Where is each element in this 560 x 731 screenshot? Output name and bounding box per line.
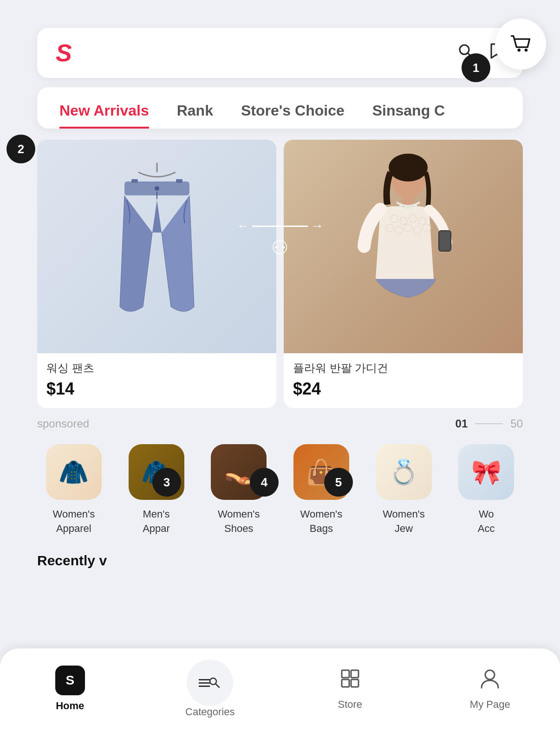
category-label-women-bags: Women'sBags — [300, 507, 343, 536]
product-card-jacket[interactable]: 플라워 반팔 가디건 $24 — [284, 140, 523, 408]
svg-point-27 — [413, 204, 417, 207]
product-name-jeans: 워싱 팬츠 — [46, 361, 267, 375]
cart-button[interactable] — [495, 19, 546, 70]
person-icon: ⚇ — [271, 236, 289, 259]
category-women-acc[interactable]: 🎀 WoAcc — [449, 444, 523, 536]
nav-store[interactable]: Store — [280, 667, 420, 711]
recently-title: Recently v — [37, 553, 523, 569]
mypage-icon — [479, 667, 501, 694]
badge-1: 1 — [462, 53, 490, 82]
svg-rect-32 — [342, 679, 349, 687]
sponsored-label: sponsored — [37, 417, 89, 430]
svg-point-34 — [485, 670, 495, 679]
tabs-list: New Arrivals Rank Store's Choice Sinsang… — [59, 102, 501, 129]
category-women-apparel[interactable]: 🧥 Women'sApparel — [37, 444, 111, 536]
badge-3: 3 — [152, 468, 181, 497]
sponsored-row: sponsored 01 50 — [37, 417, 523, 430]
categories-circle — [187, 660, 233, 706]
category-label-women-apparel: Women'sApparel — [53, 507, 95, 536]
products-area: 워싱 팬츠 $14 — [37, 140, 523, 408]
svg-point-11 — [389, 154, 428, 181]
header: S — [37, 28, 523, 78]
category-label-women-shoes: Women'sShoes — [218, 507, 260, 536]
svg-rect-23 — [439, 231, 450, 251]
product-price-jeans: $14 — [46, 379, 267, 399]
home-icon-bg: S — [55, 666, 85, 695]
tab-sinsang-c[interactable]: Sinsang C — [372, 102, 445, 129]
svg-rect-6 — [131, 179, 138, 183]
tab-new-arrivals[interactable]: New Arrivals — [59, 102, 149, 129]
svg-line-29 — [215, 684, 219, 687]
page-current: 01 — [456, 417, 468, 430]
bottom-nav: S Home Categories — [0, 648, 560, 731]
svg-point-26 — [409, 206, 412, 209]
product-info-jeans: 워싱 팬츠 $14 — [37, 353, 276, 408]
category-icon-women-acc: 🎀 — [458, 444, 514, 500]
tabs-bar: New Arrivals Rank Store's Choice Sinsang… — [37, 87, 523, 129]
product-name-jacket: 플라워 반팔 가디건 — [293, 361, 514, 375]
swap-overlay: ← → ⚇ — [236, 219, 324, 259]
svg-rect-33 — [351, 679, 358, 687]
tab-stores-choice[interactable]: Store's Choice — [241, 102, 345, 129]
app-logo: S — [56, 41, 72, 65]
nav-categories-label: Categories — [185, 706, 234, 718]
svg-rect-7 — [176, 179, 182, 183]
pagination: 01 50 — [456, 417, 523, 430]
recently-section: Recently v — [37, 553, 523, 569]
store-icon — [339, 667, 361, 694]
categories-row: 🧥 Women'sApparel 🧥 Men'sAppar 👡 Women'sS… — [37, 444, 523, 536]
home-icon: S — [65, 673, 74, 688]
nav-home-label: Home — [56, 700, 84, 712]
badge-5: 5 — [324, 468, 353, 497]
page-total: 50 — [510, 417, 523, 430]
product-price-jacket: $24 — [293, 379, 514, 399]
badge-4: 4 — [250, 468, 279, 497]
svg-rect-31 — [351, 670, 358, 678]
nav-categories[interactable]: Categories — [140, 660, 280, 718]
products-wrapper: 워싱 팬츠 $14 — [0, 140, 560, 408]
svg-point-1 — [525, 49, 528, 52]
swap-arrows: ← → — [236, 219, 324, 233]
category-icon-women-jewelry: 💍 — [376, 444, 432, 500]
svg-point-25 — [404, 206, 408, 209]
category-label-men-apparel: Men'sAppar — [143, 507, 170, 536]
svg-point-0 — [518, 49, 521, 52]
product-card-jeans[interactable]: 워싱 팬츠 $14 — [37, 140, 276, 408]
nav-mypage[interactable]: My Page — [420, 667, 560, 711]
category-label-women-acc: WoAcc — [478, 507, 495, 536]
nav-home[interactable]: S Home — [0, 666, 140, 712]
svg-point-8 — [155, 186, 159, 191]
page-dash — [475, 423, 503, 424]
product-info-jacket: 플라워 반팔 가디건 $24 — [284, 353, 523, 408]
tab-rank[interactable]: Rank — [177, 102, 213, 129]
badge-2: 2 — [7, 135, 35, 163]
svg-point-24 — [399, 204, 403, 207]
svg-rect-30 — [342, 670, 349, 678]
category-label-women-jewelry: Women'sJew — [383, 507, 425, 536]
nav-mypage-label: My Page — [470, 699, 510, 711]
category-icon-women-apparel: 🧥 — [46, 444, 102, 500]
category-women-jewelry[interactable]: 💍 Women'sJew — [367, 444, 441, 536]
nav-store-label: Store — [338, 699, 362, 711]
categories-icon — [199, 676, 221, 689]
